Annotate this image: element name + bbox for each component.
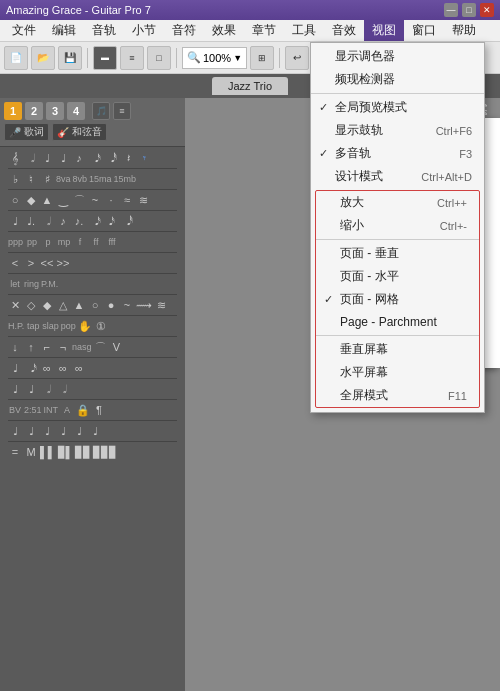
track-num-3[interactable]: 3 <box>46 102 64 120</box>
pm-sym[interactable]: P.M. <box>41 279 58 289</box>
32nd-note[interactable]: 𝅘𝅥𝅰 <box>104 152 118 165</box>
misc-3[interactable]: ∞ <box>40 362 54 374</box>
decresc-sym[interactable]: > <box>24 257 38 269</box>
menu-item-10[interactable]: 窗口 <box>404 20 444 41</box>
dd-page-vertical[interactable]: 页面 - 垂直 <box>316 242 479 265</box>
paragraph-sym[interactable]: ¶ <box>92 404 106 416</box>
diamond-fill-head[interactable]: ◆ <box>40 299 54 312</box>
special-rest[interactable]: 𝄾 <box>136 152 150 165</box>
lock-sym[interactable]: 🔒 <box>76 404 90 417</box>
ms-1[interactable]: ♩ <box>8 383 22 396</box>
slap-sym[interactable]: slap <box>42 321 59 331</box>
rest-sym[interactable]: 𝄽 <box>120 152 134 165</box>
diamond-head[interactable]: ◇ <box>24 299 38 312</box>
8vb-sym[interactable]: 8vb <box>73 174 88 184</box>
corner-sym[interactable]: ⌐ <box>40 341 54 353</box>
8va-sym[interactable]: 8va <box>56 174 71 184</box>
track-icon-2[interactable]: ≡ <box>113 102 131 120</box>
16th-note[interactable]: 𝅘𝅥𝅯 <box>88 152 102 165</box>
hp-sym[interactable]: H.P. <box>8 321 24 331</box>
dyn-mp[interactable]: mp <box>57 237 71 247</box>
undo-button[interactable]: ↩ <box>285 46 309 70</box>
dd-page-parchment[interactable]: Page - Parchment <box>316 311 479 333</box>
flat-sym[interactable]: ♭ <box>8 173 22 186</box>
bar1[interactable]: ▌▌ <box>40 446 56 458</box>
menu-item-11[interactable]: 帮助 <box>444 20 484 41</box>
dyn-pp[interactable]: pp <box>25 237 39 247</box>
menu-item-7[interactable]: 工具 <box>284 20 324 41</box>
tilde-sym[interactable]: ~ <box>88 194 102 206</box>
bn-4[interactable]: ♩ <box>56 425 70 438</box>
track-num-2[interactable]: 2 <box>25 102 43 120</box>
menu-item-2[interactable]: 音轨 <box>84 20 124 41</box>
close-button[interactable]: ✕ <box>480 3 494 17</box>
wave-head[interactable]: ~ <box>120 299 134 311</box>
nasg-sym[interactable]: nasg <box>72 342 92 352</box>
bn-3[interactable]: ♩ <box>40 425 54 438</box>
x-head[interactable]: ✕ <box>8 299 22 312</box>
tie-sym[interactable]: ‿ <box>56 194 70 207</box>
ring-sym[interactable]: ring <box>24 279 39 289</box>
menu-item-8[interactable]: 音效 <box>324 20 364 41</box>
nv-5[interactable]: ♪. <box>72 215 86 227</box>
eq-sym[interactable]: = <box>8 446 22 458</box>
a-sym[interactable]: A <box>60 405 74 415</box>
nv-7[interactable]: 𝅘𝅥𝅯. <box>104 215 118 228</box>
approx-sym[interactable]: ≈ <box>120 194 134 206</box>
wavy-line[interactable]: ⟿ <box>136 299 152 312</box>
bv-sym[interactable]: BV <box>8 405 22 415</box>
misc-4[interactable]: ∞ <box>56 362 70 374</box>
bn-6[interactable]: ♩ <box>88 425 102 438</box>
view-normal-button[interactable]: ▬ <box>93 46 117 70</box>
ms-4[interactable]: 𝅗𝅥 <box>56 383 70 396</box>
nv-8[interactable]: 𝅘𝅥𝅰 <box>120 215 134 228</box>
v-sym[interactable]: V <box>110 341 124 353</box>
circle-num[interactable]: ① <box>94 320 108 333</box>
bar4[interactable]: ▊▊▊ <box>93 446 117 459</box>
eighth-note[interactable]: ♪ <box>72 152 86 164</box>
misc-2[interactable]: 𝅘𝅥𝅯 <box>24 362 38 375</box>
menu-item-6[interactable]: 章节 <box>244 20 284 41</box>
menu-item-1[interactable]: 编辑 <box>44 20 84 41</box>
cresc-sym[interactable]: < <box>8 257 22 269</box>
circle-fill-head[interactable]: ● <box>104 299 118 311</box>
dd-zoom-out[interactable]: 缩小 Ctrl+- <box>316 214 479 237</box>
dd-global-preview[interactable]: ✓ 全局预览模式 <box>311 96 484 119</box>
open-sym[interactable]: ○ <box>8 194 22 206</box>
arc-sym[interactable]: ⌒ <box>94 340 108 355</box>
menu-item-3[interactable]: 小节 <box>124 20 164 41</box>
zoom-down-arrow[interactable]: ▼ <box>233 53 242 63</box>
let-ring[interactable]: let <box>8 279 22 289</box>
dd-zoom-in[interactable]: 放大 Ctrl++ <box>316 191 479 214</box>
bn-2[interactable]: ♩ <box>24 425 38 438</box>
menu-item-0[interactable]: 文件 <box>4 20 44 41</box>
ms-3[interactable]: 𝅗𝅥 <box>40 383 54 396</box>
tap-sym[interactable]: tap <box>26 321 40 331</box>
up-stroke[interactable]: ↑ <box>24 341 38 353</box>
hand-sym[interactable]: ✋ <box>78 320 92 333</box>
nv-2[interactable]: ♩. <box>24 215 38 228</box>
dd-show-drums[interactable]: 显示鼓轨 Ctrl+F6 <box>311 119 484 142</box>
chord-button[interactable]: 🎸 和弦音 <box>52 123 107 141</box>
track-num-4[interactable]: 4 <box>67 102 85 120</box>
dyn-ff[interactable]: ff <box>89 237 103 247</box>
dyn-f[interactable]: f <box>73 237 87 247</box>
m-sym[interactable]: M <box>24 446 38 458</box>
dd-page-horizontal[interactable]: 页面 - 水平 <box>316 265 479 288</box>
save-button[interactable]: 💾 <box>58 46 82 70</box>
circle-open-head[interactable]: ○ <box>88 299 102 311</box>
nv-6[interactable]: 𝅘𝅥𝅯 <box>88 215 102 228</box>
triangle-sym[interactable]: ▲ <box>40 194 54 206</box>
half-note[interactable]: ♩ <box>40 152 54 165</box>
down-stroke[interactable]: ↓ <box>8 341 22 353</box>
tab-jazz-trio[interactable]: Jazz Trio <box>212 77 288 95</box>
cresc2-sym[interactable]: << <box>40 257 54 269</box>
dyn-fff[interactable]: fff <box>105 237 119 247</box>
bn-1[interactable]: ♩ <box>8 425 22 438</box>
dd-horizontal-screen[interactable]: 水平屏幕 <box>316 361 479 384</box>
misc-1[interactable]: ♩ <box>8 362 22 375</box>
voice-button[interactable]: 🎤 歌词 <box>4 123 49 141</box>
bar2[interactable]: ▊▌ <box>58 446 74 459</box>
bar3[interactable]: ▊▊ <box>75 446 91 459</box>
nv-1[interactable]: ♩ <box>8 215 22 228</box>
